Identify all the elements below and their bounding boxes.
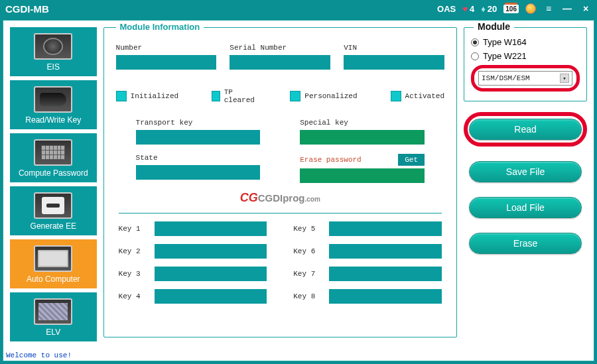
vin-field bbox=[344, 55, 444, 70]
ee-icon bbox=[34, 192, 72, 219]
status-bar: Welcome to use! bbox=[6, 351, 72, 359]
sidebar-label: Auto Computer bbox=[27, 274, 80, 284]
key-7-field bbox=[329, 267, 442, 281]
number-field bbox=[116, 55, 217, 70]
activated-checkbox[interactable]: Activated bbox=[391, 91, 444, 101]
load-file-button[interactable]: Load File bbox=[469, 197, 582, 218]
module-information-fieldset: Module Information Number Serial Number … bbox=[103, 27, 457, 337]
key-5-field bbox=[329, 221, 442, 236]
sidebar-item-elv[interactable]: ELV bbox=[10, 292, 97, 341]
eis-icon bbox=[34, 33, 72, 60]
key-row: Key 8 bbox=[293, 289, 442, 304]
sidebar-item-compute-password[interactable]: Compute Password bbox=[10, 133, 97, 182]
oas-label: OAS bbox=[437, 4, 456, 14]
watermark: CGCGDIprog.com bbox=[116, 191, 444, 205]
special-key-label: Special key bbox=[300, 119, 425, 127]
calendar-badge: 106 bbox=[503, 5, 519, 13]
special-key-field bbox=[300, 130, 425, 145]
personalized-checkbox[interactable]: Personalized bbox=[290, 91, 357, 101]
sidebar-label: Compute Password bbox=[19, 168, 88, 178]
module-info-legend: Module Information bbox=[116, 22, 204, 32]
auto-computer-icon bbox=[34, 245, 72, 272]
highlight-select: ISM/DSM/ESM ▾ bbox=[471, 65, 580, 91]
sidebar-label: ELV bbox=[46, 328, 60, 337]
app-window: CGDI-MB OAS ♥ 4 ♦ 20 106 ≡ — × EIS bbox=[0, 0, 597, 364]
state-label: State bbox=[136, 154, 261, 162]
diamonds-badge: ♦ 20 bbox=[481, 4, 497, 14]
sidebar-item-auto-computer[interactable]: Auto Computer bbox=[10, 239, 97, 288]
serial-number-field bbox=[230, 55, 330, 70]
right-panel: Module Type W164 Type W221 ISM/DSM/ESM ▾ bbox=[464, 27, 587, 358]
sidebar: EIS Read/Write Key Compute Password Gene… bbox=[10, 27, 97, 358]
center-panel: Module Information Number Serial Number … bbox=[103, 27, 457, 358]
diamonds-count: 20 bbox=[488, 4, 497, 14]
key-4-field bbox=[155, 289, 267, 304]
app-title: CGDI-MB bbox=[5, 3, 49, 15]
menu-icon[interactable]: ≡ bbox=[543, 3, 555, 14]
key-1-field bbox=[155, 221, 267, 236]
initialized-checkbox[interactable]: Initialized bbox=[116, 91, 179, 101]
hearts-count: 4 bbox=[470, 4, 474, 14]
number-label: Number bbox=[116, 44, 217, 52]
key-row: Key 4 bbox=[119, 289, 267, 304]
save-file-button[interactable]: Save File bbox=[469, 161, 582, 182]
sidebar-item-read-write-key[interactable]: Read/Write Key bbox=[10, 80, 97, 129]
serial-number-label: Serial Number bbox=[230, 44, 330, 52]
key-row: Key 6 bbox=[293, 244, 442, 259]
sidebar-label: Generate EE bbox=[31, 221, 76, 231]
hearts-badge: ♥ 4 bbox=[462, 4, 474, 14]
minimize-button[interactable]: — bbox=[561, 3, 573, 14]
key-6-field bbox=[329, 244, 442, 259]
keys-grid: Key 1 Key 5 Key 2 Key 6 Key 3 Key 7 Key … bbox=[116, 221, 444, 304]
get-button[interactable]: Get bbox=[398, 154, 425, 166]
key-row: Key 5 bbox=[293, 221, 442, 236]
erase-password-label: Erase password bbox=[300, 156, 398, 164]
medal-icon bbox=[525, 3, 536, 14]
erase-button[interactable]: Erase bbox=[469, 233, 582, 254]
vin-label: VIN bbox=[344, 44, 444, 52]
key-row: Key 2 bbox=[119, 244, 267, 259]
close-button[interactable]: × bbox=[580, 3, 592, 14]
module-fieldset: Module Type W164 Type W221 ISM/DSM/ESM ▾ bbox=[464, 27, 587, 101]
radio-type-w221[interactable]: Type W221 bbox=[471, 51, 580, 61]
radio-icon bbox=[471, 38, 479, 46]
key-icon bbox=[34, 86, 72, 113]
select-value: ISM/DSM/ESM bbox=[482, 74, 530, 82]
sidebar-label: EIS bbox=[47, 62, 60, 72]
module-select[interactable]: ISM/DSM/ESM ▾ bbox=[478, 71, 572, 86]
radio-type-w164[interactable]: Type W164 bbox=[471, 37, 580, 47]
transport-key-label: Transport key bbox=[136, 119, 261, 127]
sidebar-item-generate-ee[interactable]: Generate EE bbox=[10, 186, 97, 235]
key-3-field bbox=[155, 267, 267, 281]
elv-icon bbox=[34, 298, 72, 325]
erase-password-field bbox=[300, 168, 425, 183]
key-8-field bbox=[329, 289, 442, 304]
key-2-field bbox=[155, 244, 267, 259]
key-row: Key 3 bbox=[119, 267, 267, 281]
transport-key-field bbox=[136, 130, 261, 145]
chevron-down-icon: ▾ bbox=[560, 74, 569, 83]
state-field bbox=[136, 165, 261, 180]
password-icon bbox=[34, 139, 72, 166]
read-button[interactable]: Read bbox=[469, 119, 582, 140]
sidebar-item-eis[interactable]: EIS bbox=[10, 27, 97, 76]
module-legend: Module bbox=[474, 21, 514, 32]
diamond-icon: ♦ bbox=[481, 4, 486, 14]
divider bbox=[119, 213, 442, 213]
sidebar-label: Read/Write Key bbox=[25, 115, 81, 125]
heart-icon: ♥ bbox=[462, 4, 468, 14]
tp-cleared-checkbox[interactable]: TP cleared bbox=[212, 88, 257, 104]
work-area: EIS Read/Write Key Compute Password Gene… bbox=[3, 20, 594, 361]
radio-icon bbox=[471, 52, 479, 60]
key-row: Key 7 bbox=[293, 267, 442, 281]
titlebar: CGDI-MB OAS ♥ 4 ♦ 20 106 ≡ — × bbox=[0, 0, 597, 17]
highlight-read: Read bbox=[464, 112, 587, 147]
key-row: Key 1 bbox=[119, 221, 267, 236]
